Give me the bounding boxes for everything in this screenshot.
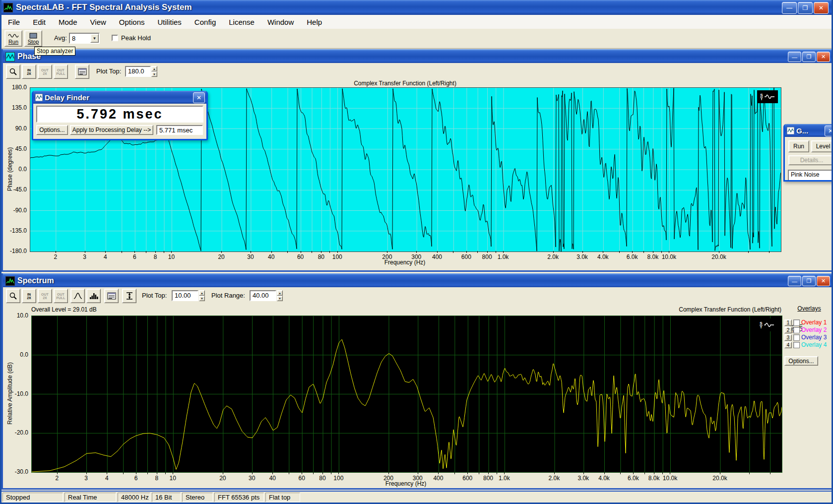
overlay-checkbox-4[interactable] [793,342,800,348]
line-display-button[interactable] [70,289,85,303]
delay-finder-titlebar[interactable]: Delay Finder ✕ [33,91,206,104]
stop-button[interactable]: Stop [24,30,42,47]
processing-delay-field[interactable]: 5.771 msec [156,125,203,135]
overlay-checkbox-2[interactable] [793,327,800,333]
generator-level-button[interactable]: Level [811,140,833,152]
generator-details-button[interactable]: Details... [788,155,833,165]
overlay-set-button-4[interactable]: 4 [784,342,792,348]
delay-finder-icon [35,94,43,101]
vertical-scale-button[interactable] [122,289,136,303]
spectrum-plot-top-field[interactable]: 10.00 [172,290,198,301]
spectrum-plot-options-button[interactable] [104,289,119,303]
apply-processing-delay-button[interactable]: Apply to Processing Delay --> [70,125,153,135]
bar-display-button[interactable] [86,289,101,303]
menu-item-options[interactable]: Options [113,15,151,29]
maximize-button[interactable]: ❐ [798,2,813,14]
generator-close-icon[interactable]: ✕ [825,126,833,136]
spectrum-x-tick-8.0k: 8.0k [648,475,660,482]
dropdown-arrow-icon[interactable]: ▼ [90,34,99,43]
menu-item-help[interactable]: Help [300,15,328,29]
curve-icon [73,292,82,300]
spectrum-plot[interactable] [31,315,782,473]
sine-wave-icon [8,33,19,39]
generator-run-button[interactable]: Run [788,140,809,152]
menu-item-config[interactable]: Config [188,15,222,29]
phase-y-tick--90.0: -90.0 [3,207,27,214]
minimize-button[interactable]: — [782,2,797,14]
plot-top-field[interactable]: 180.0 [125,66,151,77]
close-button[interactable]: ✕ [814,2,829,14]
spectrum-zoom-out-full-button[interactable]: OUT FULL [54,289,68,303]
spectrum-y-tick-0.0: 0.0 [4,351,28,358]
spectrum-x-tickmark [107,472,107,474]
zoom-in-2x-button[interactable]: IN 2X [22,64,36,79]
delay-options-button[interactable]: Options... [36,125,68,135]
spectrum-x-tick-3.0k: 3.0k [577,475,589,482]
overlays-options-button[interactable]: Options... [784,356,818,366]
overlay-set-button-2[interactable]: 2 [784,327,792,333]
spectrum-titlebar[interactable]: Spectrum — ❐ ✕ [3,273,833,288]
spectrum-x-tickmark [720,472,720,474]
peak-hold-checkbox[interactable] [112,35,118,41]
phase-chart-title: Complex Transfer Function (Left/Right) [30,80,780,87]
spectrum-x-tick-1.0k: 1.0k [499,475,510,482]
spectrum-toolbar: IN 2X OUT 2X OUT FULL Plot Top: 10.00 ▲ … [3,287,833,305]
phase-x-tickmark [155,251,156,253]
spectrum-zoom-out-2x-button[interactable]: OUT 2X [38,289,52,303]
menu-item-view[interactable]: View [84,15,113,29]
main-titlebar[interactable]: SpectraLAB - FFT Spectral Analysis Syste… [1,0,832,15]
phase-titlebar[interactable]: Phase — ❐ ✕ [3,49,833,63]
overlay-label-4: Overlay 4 [801,341,827,348]
overlay-checkbox-1[interactable] [793,319,800,326]
menu-item-license[interactable]: License [222,15,261,29]
spectrum-x-axis-label: Frequency (Hz) [385,480,427,487]
phase-x-tickmark [221,251,222,253]
phase-close-button[interactable]: ✕ [817,52,830,62]
phase-x-tick-3.0k: 3.0k [577,253,588,260]
menu-item-window[interactable]: Window [261,15,300,29]
menu-bar: FileEditModeViewOptionsUtilitiesConfigLi… [1,15,832,29]
delay-finder-close-icon[interactable]: ✕ [193,92,205,103]
spinner-down-icon: ▼ [277,296,283,301]
zoom-out-2x-button[interactable]: OUT 2X [38,64,52,79]
plot-range-spinner[interactable]: ▲ ▼ [277,290,283,301]
overlay-set-button-1[interactable]: 1 [784,319,792,326]
plot-range-field[interactable]: 40.00 [250,290,276,301]
zoom-cursor-button[interactable] [6,64,20,79]
phase-maximize-button[interactable]: ❐ [802,52,816,62]
spectrum-close-button[interactable]: ✕ [817,276,830,286]
spectrum-x-tick-6: 6 [134,475,138,482]
plot-top-spinner[interactable]: ▲ ▼ [151,66,157,77]
phase-window-icon [5,52,15,62]
spectrum-zoom-cursor-button[interactable] [6,289,20,303]
phase-x-tickmark [301,251,301,253]
menu-item-file[interactable]: File [1,15,26,29]
generator-signal-select[interactable]: Pink Noise [788,170,833,182]
phase-minimize-button[interactable]: — [788,52,801,62]
phase-x-tickmark [632,251,633,253]
overlay-checkbox-3[interactable] [793,334,800,341]
avg-select[interactable]: 8 ▼ [69,33,100,44]
spectrum-x-tickmark [418,472,418,474]
magnifier-icon [9,67,18,76]
spectrum-x-tickmark [388,472,389,474]
spectrum-minimize-button[interactable]: — [788,276,801,286]
spectrum-zoom-in-2x-button[interactable]: IN 2X [22,289,36,303]
spectrum-maximize-button[interactable]: ❐ [802,276,816,286]
phase-x-tickmark [466,251,467,253]
plot-options-button[interactable] [75,64,89,79]
menu-item-mode[interactable]: Mode [52,15,84,29]
status-bar: StoppedReal Time48000 Hz16 BitStereoFFT … [1,491,832,503]
generator-titlebar[interactable]: G... ✕ [785,124,833,137]
phase-x-tick-100: 100 [332,253,342,260]
spectrum-x-tick-20: 20 [219,475,226,482]
run-button[interactable]: Run [4,30,22,47]
status-panel-2: Real Time [64,493,116,502]
spectrum-plot-top-spinner[interactable]: ▲ ▼ [199,290,205,301]
spectrum-x-tick-60: 60 [299,475,305,482]
zoom-out-full-button[interactable]: OUT FULL [54,64,68,79]
menu-item-edit[interactable]: Edit [26,15,52,29]
overlay-set-button-3[interactable]: 3 [784,334,792,341]
menu-item-utilities[interactable]: Utilities [151,15,188,29]
spectrum-x-tickmark [57,472,58,474]
